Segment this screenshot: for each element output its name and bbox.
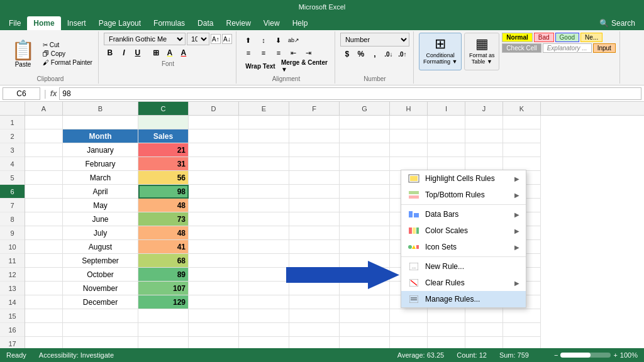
cell-a15[interactable] (25, 309, 63, 323)
number-format-select[interactable]: Number (340, 33, 409, 47)
cell-b13[interactable]: November (63, 282, 138, 295)
cell-i4[interactable] (428, 157, 465, 171)
row-num-15[interactable]: 15 (0, 309, 25, 323)
border-button[interactable]: ⊞ (150, 47, 162, 59)
cell-b11[interactable]: September (63, 254, 138, 268)
menu-item-icon-sets[interactable]: Icon Sets ▶ (401, 239, 526, 255)
cell-e4[interactable] (239, 157, 289, 171)
cell-f7[interactable] (289, 199, 340, 212)
cell-c9[interactable]: 48 (138, 226, 189, 240)
row-num-12[interactable]: 12 (0, 268, 25, 282)
cell-k1[interactable] (503, 116, 541, 129)
cell-g16[interactable] (340, 323, 390, 337)
align-top[interactable]: ⬆ (242, 35, 255, 46)
decimal-dec[interactable]: .0↓ (382, 48, 395, 60)
cell-f15[interactable] (289, 309, 340, 323)
cell-e6[interactable] (239, 185, 289, 199)
col-header-h[interactable]: H (390, 102, 428, 115)
tab-home[interactable]: Home (27, 16, 60, 30)
cell-d11[interactable] (189, 254, 239, 268)
cell-c10[interactable]: 41 (138, 240, 189, 254)
formula-input[interactable] (59, 87, 641, 100)
cell-e10[interactable] (239, 240, 289, 254)
indent-dec[interactable]: ⇤ (287, 47, 301, 58)
cell-k16[interactable] (503, 323, 541, 337)
cell-f11[interactable] (289, 254, 340, 268)
italic-button[interactable]: I (118, 47, 130, 59)
cell-a14[interactable] (25, 295, 63, 309)
cell-c4[interactable]: 31 (138, 157, 189, 171)
row-num-10[interactable]: 10 (0, 240, 25, 254)
row-num-16[interactable]: 16 (0, 323, 25, 337)
cell-b14[interactable]: December (63, 295, 138, 309)
cell-h2[interactable] (390, 129, 428, 143)
row-num-9[interactable]: 9 (0, 226, 25, 240)
cell-e3[interactable] (239, 143, 289, 157)
row-num-2[interactable]: 2 (0, 129, 25, 143)
menu-item-data-bars[interactable]: Data Bars ▶ (401, 206, 526, 222)
cell-a1[interactable] (25, 116, 63, 129)
cell-e15[interactable] (239, 309, 289, 323)
input-style[interactable]: Input (593, 43, 616, 53)
cell-e16[interactable] (239, 323, 289, 337)
tab-search[interactable]: 🔍Search (593, 16, 641, 30)
comma-button[interactable]: , (369, 48, 381, 60)
cell-d12[interactable] (189, 268, 239, 282)
menu-item-highlight-cells[interactable]: Highlight Cells Rules ▶ (401, 170, 526, 187)
font-color-button[interactable]: A (177, 47, 190, 59)
zoom-in-icon[interactable]: + (613, 351, 617, 359)
cell-e13[interactable] (239, 282, 289, 295)
check-cell-style[interactable]: Check Cell (502, 43, 541, 53)
col-header-a[interactable]: A (25, 102, 63, 115)
tab-file[interactable]: File (3, 16, 27, 30)
cell-b2-month-header[interactable]: Month (63, 129, 138, 143)
text-angle[interactable]: ab↗ (287, 35, 301, 46)
col-header-g[interactable]: G (340, 102, 390, 115)
cell-b6[interactable]: April (63, 185, 138, 199)
cell-g6[interactable] (340, 185, 390, 199)
cell-a12[interactable] (25, 268, 63, 282)
menu-item-manage-rules[interactable]: Manage Rules... (401, 291, 526, 307)
cell-c11[interactable]: 68 (138, 254, 189, 268)
row-num-6[interactable]: 6 (0, 185, 25, 199)
align-left[interactable]: ≡ (242, 47, 255, 58)
cell-j2[interactable] (465, 129, 503, 143)
align-center[interactable]: ≡ (257, 47, 270, 58)
font-family-select[interactable]: Franklin Gothic Me (104, 33, 186, 45)
cell-f12[interactable] (289, 268, 340, 282)
cell-f16[interactable] (289, 323, 340, 337)
cell-g14[interactable] (340, 295, 390, 309)
cell-a10[interactable] (25, 240, 63, 254)
cell-d1[interactable] (189, 116, 239, 129)
cell-g8[interactable] (340, 212, 390, 226)
tab-formulas[interactable]: Formulas (147, 16, 191, 30)
cell-b8[interactable]: June (63, 212, 138, 226)
cell-d3[interactable] (189, 143, 239, 157)
cell-g2[interactable] (340, 129, 390, 143)
cell-g1[interactable] (340, 116, 390, 129)
cell-b10[interactable]: August (63, 240, 138, 254)
cell-a13[interactable] (25, 282, 63, 295)
cell-c2-sales-header[interactable]: Sales (138, 129, 189, 143)
cell-b5[interactable]: March (63, 171, 138, 185)
cell-e12[interactable] (239, 268, 289, 282)
cell-e14[interactable] (239, 295, 289, 309)
cell-c13[interactable]: 107 (138, 282, 189, 295)
format-painter-button[interactable]: 🖌 Format Painter (41, 58, 94, 67)
col-header-j[interactable]: J (465, 102, 503, 115)
cell-b7[interactable]: May (63, 199, 138, 212)
tab-review[interactable]: Review (219, 16, 257, 30)
cell-a9[interactable] (25, 226, 63, 240)
cell-i3[interactable] (428, 143, 465, 157)
cell-a11[interactable] (25, 254, 63, 268)
cell-h15[interactable] (390, 309, 428, 323)
cell-k2[interactable] (503, 129, 541, 143)
cell-g13[interactable] (340, 282, 390, 295)
cell-c3[interactable]: 21 (138, 143, 189, 157)
cell-d2[interactable] (189, 129, 239, 143)
menu-item-top-bottom[interactable]: Top/Bottom Rules ▶ (401, 187, 526, 203)
cell-d16[interactable] (189, 323, 239, 337)
row-num-7[interactable]: 7 (0, 199, 25, 212)
font-size-select[interactable]: 10 (187, 33, 209, 45)
cell-g15[interactable] (340, 309, 390, 323)
